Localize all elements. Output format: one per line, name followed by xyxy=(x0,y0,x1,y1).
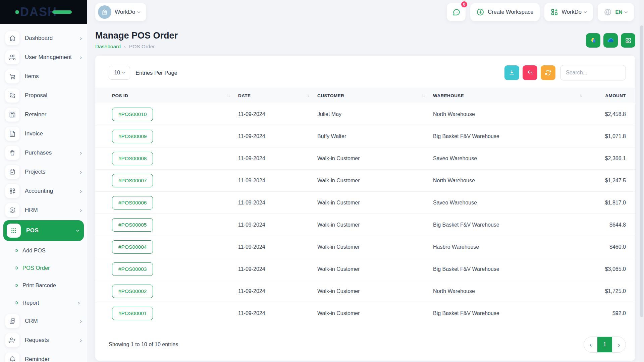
dash-logo[interactable]: DASH xyxy=(15,5,72,19)
sidebar-item-reminder[interactable]: Reminder xyxy=(0,350,87,362)
column-header-pos-id[interactable]: POS ID ↑↓ xyxy=(112,93,238,98)
topbar: DASH WorkDo › 0 Create Workspace xyxy=(0,0,644,24)
pos-id-badge[interactable]: #POS00010 xyxy=(112,108,153,121)
customer-cell: Juliet May xyxy=(317,111,433,117)
column-header-customer[interactable]: CUSTOMER ↑↓ xyxy=(317,93,433,98)
warehouse-cell: North Warehouse xyxy=(433,288,591,294)
date-cell: 11-09-2024 xyxy=(238,266,317,272)
sidebar-item-crm[interactable]: CRM › xyxy=(0,311,87,330)
sort-icon[interactable]: ↑↓ xyxy=(422,93,424,98)
pos-id-badge[interactable]: #POS00005 xyxy=(112,218,153,232)
table-row: #POS00004 11-09-2024 Walk-in Customer Ha… xyxy=(95,236,635,258)
page-title: Manage POS Order xyxy=(95,31,178,41)
logo-block: DASH xyxy=(0,0,87,24)
sidebar-subitem-report[interactable]: Report › xyxy=(0,294,87,311)
create-workspace-button[interactable]: Create Workspace xyxy=(470,3,539,21)
sidebar-subitem-label: Print Barcode xyxy=(22,282,56,289)
sidebar-item-projects[interactable]: Projects › xyxy=(0,162,87,181)
export-button[interactable] xyxy=(504,65,519,80)
pos-id-badge[interactable]: #POS00002 xyxy=(112,285,153,298)
sidebar-item-retainer[interactable]: Retainer xyxy=(0,105,87,124)
date-cell: 11-09-2024 xyxy=(238,133,317,139)
sidebar-subitem-label: POS Order xyxy=(22,265,50,271)
date-cell: 11-09-2024 xyxy=(238,244,317,250)
customer-cell: Walk-in Customer xyxy=(317,288,433,294)
workspace-selector[interactable]: WorkDo › xyxy=(95,3,146,21)
circle-plus-icon xyxy=(476,8,484,16)
onedrive-button[interactable] xyxy=(603,33,618,48)
sidebar-item-label: Items xyxy=(25,73,39,80)
scrollbar-thumb[interactable] xyxy=(640,25,643,317)
sort-icon[interactable]: ↑↓ xyxy=(306,93,309,98)
sidebar-subitem-pos-order[interactable]: POS Order xyxy=(0,259,87,277)
pos-id-badge[interactable]: #POS00008 xyxy=(112,152,153,165)
warehouse-cell: Saveo Warehouse xyxy=(433,200,591,206)
warehouse-cell: North Warehouse xyxy=(433,111,591,117)
sidebar-subitem-add-pos[interactable]: Add POS xyxy=(0,242,87,259)
sidebar-item-dashboard[interactable]: Dashboard › xyxy=(0,28,87,48)
home-icon xyxy=(5,31,19,45)
page-1-button[interactable]: 1 xyxy=(597,337,612,353)
page-header: Manage POS Order Dashboard › POS Order xyxy=(87,24,644,50)
chevron-right-icon: › xyxy=(80,337,82,343)
create-workspace-label: Create Workspace xyxy=(488,9,533,15)
prev-page-button[interactable]: ‹ xyxy=(584,337,597,353)
hrm-icon xyxy=(5,203,19,217)
logo-dot-icon xyxy=(15,10,19,14)
sidebar-subitem-print-barcode[interactable]: Print Barcode xyxy=(0,277,87,294)
sidebar-item-accounting[interactable]: Accounting › xyxy=(0,181,87,200)
entries-per-page-select[interactable]: 10 › xyxy=(109,66,130,80)
bag-icon xyxy=(5,146,19,160)
sidebar-item-user-management[interactable]: User Management › xyxy=(0,48,87,67)
chevron-right-icon: › xyxy=(80,54,82,60)
sidebar-item-pos[interactable]: POS › xyxy=(3,220,84,241)
column-header-amount[interactable]: AMOUNT xyxy=(591,93,626,98)
scrollbar[interactable] xyxy=(639,0,644,362)
google-drive-button[interactable] xyxy=(586,33,600,48)
column-header-warehouse[interactable]: WAREHOUSE ↑↓ xyxy=(433,93,591,98)
globe-icon xyxy=(604,8,612,16)
topbar-right: 0 Create Workspace WorkDo › EN › xyxy=(447,3,634,21)
refresh-button[interactable] xyxy=(541,65,555,80)
column-header-date[interactable]: DATE ↑↓ xyxy=(238,93,317,98)
sidebar-item-purchases[interactable]: Purchases › xyxy=(0,143,87,162)
next-page-button[interactable]: › xyxy=(612,337,626,353)
sort-icon[interactable]: ↑↓ xyxy=(227,93,229,98)
grid-icon xyxy=(625,37,632,44)
file-text-icon xyxy=(5,127,19,141)
reset-button[interactable] xyxy=(523,65,537,80)
sidebar-item-items[interactable]: Items xyxy=(0,67,87,86)
building-icon xyxy=(101,9,108,15)
breadcrumb-dashboard-link[interactable]: Dashboard xyxy=(95,44,121,50)
customer-cell: Walk-in Customer xyxy=(317,222,433,228)
sidebar-item-label: Invoice xyxy=(25,130,43,137)
entries-per-page-value: 10 xyxy=(114,70,120,76)
sidebar-item-hrm[interactable]: HRM › xyxy=(0,200,87,220)
sidebar-item-requests[interactable]: Requests › xyxy=(0,330,87,350)
pos-id-badge[interactable]: #POS00004 xyxy=(112,240,153,254)
search-input[interactable] xyxy=(560,65,626,80)
grid-view-button[interactable] xyxy=(621,33,635,48)
sidebar-item-proposal[interactable]: Proposal xyxy=(0,86,87,105)
date-cell: 11-09-2024 xyxy=(238,178,317,184)
grid-plus-icon xyxy=(550,8,558,16)
amount-cell: $3,065.0 xyxy=(591,266,626,272)
chevron-down-icon: › xyxy=(624,11,630,13)
pos-id-badge[interactable]: #POS00003 xyxy=(112,262,153,276)
pos-id-badge[interactable]: #POS00001 xyxy=(112,307,153,320)
users-icon xyxy=(5,50,19,64)
pos-id-badge[interactable]: #POS00009 xyxy=(112,130,153,143)
messages-button[interactable]: 0 xyxy=(447,3,466,21)
sidebar-subitem-label: Report xyxy=(22,300,39,306)
amount-cell: $1,247.5 xyxy=(591,178,626,184)
chevron-right-icon: › xyxy=(80,188,82,194)
sidebar-item-label: CRM xyxy=(25,318,38,324)
language-selector[interactable]: EN › xyxy=(598,3,634,21)
sidebar-subitem-label: Add POS xyxy=(22,247,46,254)
sort-icon[interactable]: ↑↓ xyxy=(579,93,582,98)
pos-id-badge[interactable]: #POS00007 xyxy=(112,174,153,187)
app-menu-button[interactable]: WorkDo › xyxy=(544,3,593,21)
sidebar-item-invoice[interactable]: Invoice xyxy=(0,124,87,143)
amount-cell: $1,817.0 xyxy=(591,200,626,206)
pos-id-badge[interactable]: #POS00006 xyxy=(112,196,153,209)
